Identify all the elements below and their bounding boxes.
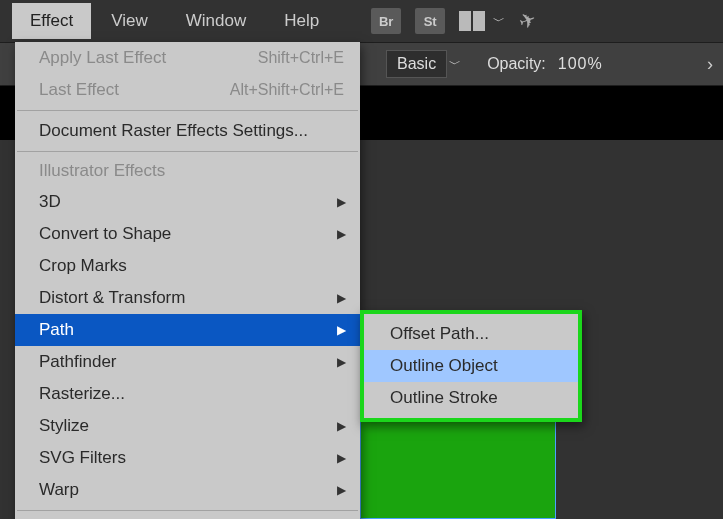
menu-window[interactable]: Window bbox=[168, 3, 264, 39]
menubar: Effect View Window Help Br St ﹀ ✈ bbox=[0, 0, 723, 42]
submenu-arrow-icon: ▶ bbox=[337, 419, 346, 433]
submenu-arrow-icon: ▶ bbox=[337, 451, 346, 465]
menuitem-label: Rasterize... bbox=[39, 384, 125, 404]
submenu-offset-path[interactable]: Offset Path... bbox=[364, 318, 578, 350]
stock-icon[interactable]: St bbox=[415, 8, 445, 34]
section-header-illustrator: Illustrator Effects bbox=[15, 156, 360, 186]
separator bbox=[17, 510, 358, 511]
menu-help[interactable]: Help bbox=[266, 3, 337, 39]
section-header-photoshop: Photoshop Effects bbox=[15, 515, 360, 519]
menuitem-apply-last-effect[interactable]: Apply Last Effect Shift+Ctrl+E bbox=[15, 42, 360, 74]
menuitem-convert-to-shape[interactable]: Convert to Shape▶ bbox=[15, 218, 360, 250]
menuitem-distort-transform[interactable]: Distort & Transform▶ bbox=[15, 282, 360, 314]
menuitem-shortcut: Shift+Ctrl+E bbox=[258, 49, 344, 67]
menuitem-3d[interactable]: 3D▶ bbox=[15, 186, 360, 218]
submenu-arrow-icon: ▶ bbox=[337, 291, 346, 305]
menuitem-label: Document Raster Effects Settings... bbox=[39, 121, 308, 141]
menuitem-label: Apply Last Effect bbox=[39, 48, 166, 68]
submenu-arrow-icon: ▶ bbox=[337, 483, 346, 497]
path-submenu: Offset Path... Outline Object Outline St… bbox=[360, 310, 582, 422]
separator bbox=[17, 110, 358, 111]
chevron-down-icon[interactable]: ﹀ bbox=[493, 13, 505, 30]
menuitem-last-effect[interactable]: Last Effect Alt+Shift+Ctrl+E bbox=[15, 74, 360, 106]
menuitem-crop-marks[interactable]: Crop Marks bbox=[15, 250, 360, 282]
menuitem-label: Distort & Transform bbox=[39, 288, 185, 308]
menuitem-doc-raster-settings[interactable]: Document Raster Effects Settings... bbox=[15, 115, 360, 147]
menuitem-pathfinder[interactable]: Pathfinder▶ bbox=[15, 346, 360, 378]
menuitem-svg-filters[interactable]: SVG Filters▶ bbox=[15, 442, 360, 474]
workspace-switcher-icon[interactable] bbox=[459, 11, 485, 31]
graphic-style-select[interactable]: Basic bbox=[386, 50, 447, 78]
submenu-arrow-icon: ▶ bbox=[337, 195, 346, 209]
menuitem-label: Warp bbox=[39, 480, 79, 500]
chevron-down-icon[interactable]: ﹀ bbox=[449, 56, 461, 73]
menuitem-label: Path bbox=[39, 320, 74, 340]
menuitem-label: Stylize bbox=[39, 416, 89, 436]
menuitem-label: Crop Marks bbox=[39, 256, 127, 276]
menuitem-shortcut: Alt+Shift+Ctrl+E bbox=[230, 81, 344, 99]
menuitem-label: 3D bbox=[39, 192, 61, 212]
menuitem-label: SVG Filters bbox=[39, 448, 126, 468]
menuitem-label: Pathfinder bbox=[39, 352, 117, 372]
submenu-arrow-icon: ▶ bbox=[337, 227, 346, 241]
rocket-icon[interactable]: ✈ bbox=[516, 7, 540, 35]
submenu-arrow-icon: ▶ bbox=[337, 323, 346, 337]
menu-view[interactable]: View bbox=[93, 3, 166, 39]
submenu-outline-object[interactable]: Outline Object bbox=[364, 350, 578, 382]
bridge-icon[interactable]: Br bbox=[371, 8, 401, 34]
more-options-icon[interactable]: › bbox=[707, 54, 713, 75]
opacity-label: Opacity: bbox=[487, 55, 546, 73]
menu-effect[interactable]: Effect bbox=[12, 3, 91, 39]
submenu-outline-stroke[interactable]: Outline Stroke bbox=[364, 382, 578, 414]
menubar-right: Br St ﹀ ✈ bbox=[371, 8, 536, 34]
separator bbox=[17, 151, 358, 152]
submenu-arrow-icon: ▶ bbox=[337, 355, 346, 369]
menuitem-label: Convert to Shape bbox=[39, 224, 171, 244]
menuitem-path[interactable]: Path▶ bbox=[15, 314, 360, 346]
menuitem-label: Last Effect bbox=[39, 80, 119, 100]
effect-menu-dropdown: Apply Last Effect Shift+Ctrl+E Last Effe… bbox=[15, 42, 360, 519]
menuitem-stylize[interactable]: Stylize▶ bbox=[15, 410, 360, 442]
menuitem-rasterize[interactable]: Rasterize... bbox=[15, 378, 360, 410]
menuitem-warp[interactable]: Warp▶ bbox=[15, 474, 360, 506]
opacity-value[interactable]: 100% bbox=[558, 55, 603, 73]
